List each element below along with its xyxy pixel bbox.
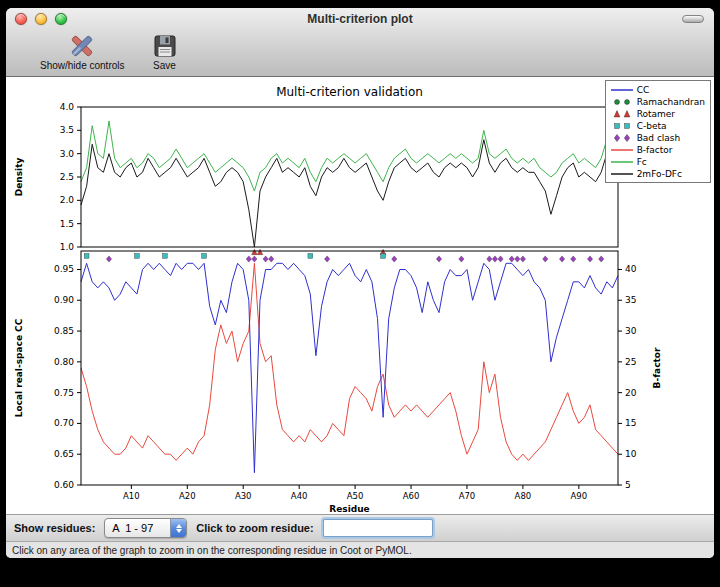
legend-marker [609,133,635,143]
save-label: Save [153,60,176,71]
legend-label: B-factor [637,145,673,155]
window-title: Multi-criterion plot [307,12,412,26]
show-residues-value: A 1 - 97 [105,519,170,537]
svg-text:0.75: 0.75 [54,388,74,398]
svg-text:A20: A20 [179,491,196,501]
save-icon [153,33,177,59]
stepper-arrows-icon [170,519,186,537]
legend-item: Rotamer [609,108,705,119]
svg-text:1.0: 1.0 [60,242,75,252]
series-B-factor [81,263,618,460]
legend-label: 2mFo-DFc [637,169,682,179]
zoom-button[interactable] [55,13,67,25]
svg-text:3.0: 3.0 [60,149,75,159]
legend-marker [609,157,635,167]
window-chrome: Multi-criterion plot Show/hide controls [6,8,714,77]
markers-rotamer [252,249,386,254]
markers-c-beta [84,254,385,259]
legend-label: Ramachandran [637,97,705,107]
zoom-residue-label: Click to zoom residue: [196,522,313,534]
svg-text:0.65: 0.65 [54,449,74,459]
tools-icon [67,33,97,59]
legend-item: B-factor [609,144,705,155]
svg-text:40: 40 [625,264,637,274]
toolbar-toggle-button[interactable] [682,15,704,23]
minimize-button[interactable] [35,13,47,25]
legend-label: Fc [637,157,647,167]
toolbar: Show/hide controls Save [6,30,714,76]
legend-item: Ramachandran [609,96,705,107]
svg-text:0.90: 0.90 [54,295,74,305]
save-button[interactable]: Save [149,32,181,72]
legend-label: C-beta [637,121,667,131]
show-hide-controls-label: Show/hide controls [40,60,125,71]
legend-item: Fc [609,156,705,167]
svg-text:10: 10 [625,449,637,459]
legend-marker [609,97,635,107]
svg-text:A60: A60 [403,491,420,501]
series-Fc [81,121,618,191]
svg-text:1.5: 1.5 [60,219,74,229]
show-residues-select[interactable]: A 1 - 97 [104,518,187,538]
legend-item: CC [609,84,705,95]
legend-marker [609,121,635,131]
svg-text:2.5: 2.5 [60,172,74,182]
svg-text:35: 35 [625,295,636,305]
status-bar: Click on any area of the graph to zoom i… [6,541,714,558]
legend-label: Rotamer [637,109,675,119]
svg-text:A70: A70 [459,491,476,501]
svg-text:A10: A10 [123,491,140,501]
chart-title: Multi-criterion validation [276,85,423,99]
legend-label: CC [637,85,650,95]
plot-area: Multi-criterion validation4.03.53.02.52.… [6,77,714,514]
svg-text:A90: A90 [571,491,588,501]
legend-item: C-beta [609,120,705,131]
status-text: Click on any area of the graph to zoom i… [12,545,412,556]
legend-item: 2mFo-DFc [609,168,705,179]
desktop-background: { "window": { "title": "Multi-criterion … [0,0,720,587]
svg-text:A40: A40 [291,491,308,501]
show-hide-controls-button[interactable]: Show/hide controls [36,32,129,72]
svg-text:Density: Density [14,158,24,197]
legend-marker [609,109,635,119]
controls-bar: Show residues: A 1 - 97 Click to zoom re… [6,514,714,541]
svg-text:5: 5 [625,480,631,490]
svg-text:B-factor: B-factor [652,347,662,388]
svg-text:0.95: 0.95 [54,264,74,274]
markers-bad-clash [106,256,603,262]
series-CC [81,263,618,472]
svg-text:4.0: 4.0 [60,102,75,112]
zoom-residue-input[interactable] [323,519,433,537]
chart-legend: CC Ramachandran Rotamer C-beta Bad clash… [605,80,711,183]
svg-text:15: 15 [625,418,636,428]
title-bar[interactable]: Multi-criterion plot [6,8,714,30]
svg-text:0.80: 0.80 [54,357,74,367]
show-residues-label: Show residues: [14,522,95,534]
window-controls [15,13,67,25]
legend-label: Bad clash [637,133,681,143]
legend-marker [609,169,635,179]
legend-item: Bad clash [609,132,705,143]
svg-text:3.5: 3.5 [60,125,74,135]
svg-text:0.70: 0.70 [54,418,74,428]
series-2mFo-DFc [81,140,618,247]
svg-text:0.60: 0.60 [54,480,74,490]
svg-text:A50: A50 [347,491,364,501]
legend-marker [609,85,635,95]
svg-text:0.85: 0.85 [54,326,74,336]
svg-text:25: 25 [625,357,636,367]
svg-text:Local real-space CC: Local real-space CC [14,318,24,417]
svg-text:A30: A30 [235,491,252,501]
svg-text:2.0: 2.0 [60,195,75,205]
svg-text:A80: A80 [515,491,532,501]
window: Multi-criterion plot Show/hide controls [6,8,714,558]
close-button[interactable] [15,13,27,25]
svg-text:Residue: Residue [329,504,369,514]
legend-marker [609,145,635,155]
svg-text:30: 30 [625,326,637,336]
svg-text:20: 20 [625,388,637,398]
